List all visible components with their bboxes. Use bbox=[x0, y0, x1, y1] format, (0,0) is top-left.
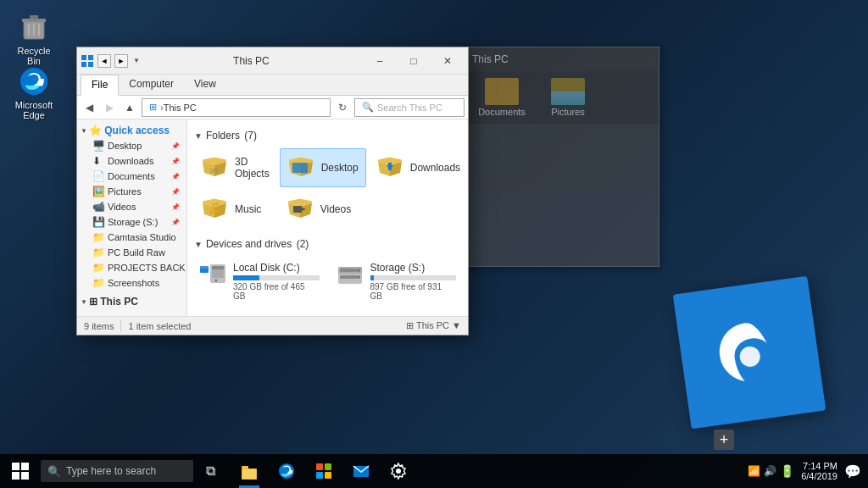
sidebar-item-projects[interactable]: 📁 PROJECTS BACK bbox=[77, 260, 186, 275]
address-path[interactable]: ⊞ › This PC bbox=[142, 98, 331, 117]
svg-text:3D: 3D bbox=[209, 167, 218, 175]
drive-item-s[interactable]: Storage (S:) 897 GB free of 931 GB bbox=[331, 257, 462, 306]
forward-qs-btn[interactable]: ► bbox=[114, 54, 128, 68]
taskbar-clock[interactable]: 7:14 PM 6/4/2019 bbox=[801, 461, 837, 481]
taskbar-app-mail[interactable] bbox=[342, 454, 380, 488]
svg-point-37 bbox=[396, 469, 401, 474]
up-button[interactable]: ▲ bbox=[121, 99, 138, 116]
folder-item-music[interactable]: Music bbox=[194, 191, 276, 228]
title-bar-left: ◄ ► ▼ bbox=[81, 54, 140, 68]
sidebar-item-pictures-label: Pictures bbox=[108, 186, 142, 197]
taskbar-app-settings[interactable] bbox=[380, 454, 417, 488]
svg-point-7 bbox=[738, 345, 761, 368]
folder-desktop-icon bbox=[287, 154, 314, 181]
folder-item-desktop[interactable]: Desktop bbox=[280, 148, 366, 187]
quick-access-arrow: ▼ bbox=[81, 127, 87, 135]
clock-time: 7:14 PM bbox=[801, 461, 837, 471]
sidebar-item-pcbuild[interactable]: 📁 PC Build Raw bbox=[77, 245, 186, 260]
folder-downloads-label: Downloads bbox=[410, 162, 460, 174]
folders-section-title: Folders bbox=[206, 130, 240, 141]
folder-item-downloads[interactable]: Downloads bbox=[370, 148, 467, 187]
close-button[interactable]: ✕ bbox=[431, 47, 465, 75]
title-dropdown[interactable]: ▼ bbox=[133, 57, 140, 64]
desktop-sidebar-icon: 🖥️ bbox=[92, 140, 104, 152]
sidebar-item-desktop[interactable]: 🖥️ Desktop 📌 bbox=[77, 138, 186, 153]
this-pc-dropdown[interactable]: ⊞ This PC ▼ bbox=[406, 320, 461, 331]
drive-c-icon bbox=[199, 262, 226, 289]
sidebar-header-this-pc[interactable]: ▼ ⊞ This PC bbox=[77, 294, 186, 309]
documents-pin: 📌 bbox=[171, 173, 180, 180]
network-icon: 📶 bbox=[748, 465, 760, 477]
tab-view[interactable]: View bbox=[184, 75, 226, 95]
recycle-bin-icon bbox=[17, 10, 51, 44]
add-button[interactable]: + bbox=[714, 430, 734, 450]
battery-icon: 🔋 bbox=[780, 464, 794, 478]
forward-button[interactable]: ▶ bbox=[101, 99, 118, 116]
bg-folder-documents-label: Documents bbox=[478, 107, 526, 117]
devices-section-header[interactable]: ▼ Devices and drives (2) bbox=[194, 238, 461, 250]
search-box[interactable]: 🔍 Search This PC bbox=[354, 98, 465, 117]
sidebar-item-documents[interactable]: 📄 Documents 📌 bbox=[77, 169, 186, 184]
sidebar-item-storage[interactable]: 💾 Storage (S:) 📌 bbox=[77, 214, 186, 230]
desktop-icon-edge[interactable]: Microsoft Edge bbox=[7, 61, 61, 124]
folders-section-header[interactable]: ▼ Folders (7) bbox=[194, 130, 461, 141]
folders-section-count: (7) bbox=[242, 130, 257, 141]
tab-file[interactable]: File bbox=[81, 75, 119, 96]
folder-item-videos[interactable]: Videos bbox=[280, 191, 366, 228]
status-items: 9 items bbox=[84, 321, 114, 331]
maximize-button[interactable]: □ bbox=[397, 47, 431, 75]
sidebar-item-desktop-label: Desktop bbox=[108, 141, 142, 151]
refresh-button[interactable]: ↻ bbox=[334, 99, 351, 116]
pcbuild-sidebar-icon: 📁 bbox=[92, 247, 104, 258]
windows-logo bbox=[12, 463, 29, 480]
taskbar-right: 📶 🔊 🔋 7:14 PM 6/4/2019 💬 bbox=[741, 454, 868, 488]
drive-c-bar-fill bbox=[233, 275, 259, 280]
start-button[interactable] bbox=[0, 454, 41, 488]
taskbar-search[interactable]: 🔍 Type here to search bbox=[41, 460, 193, 482]
notification-icon[interactable]: 💬 bbox=[844, 463, 861, 480]
desktop-icon-recycle-bin[interactable]: Recycle Bin bbox=[7, 7, 61, 69]
sidebar-header-quick-access[interactable]: ▼ ⭐ Quick access bbox=[77, 123, 186, 138]
pictures-sidebar-icon: 🖼️ bbox=[92, 186, 104, 197]
bg-window-content: Documents Pictures bbox=[465, 71, 659, 124]
folder-3d-icon: 3D bbox=[201, 154, 228, 181]
sidebar-item-videos[interactable]: 📹 Videos 📌 bbox=[77, 199, 186, 214]
sidebar-item-pictures[interactable]: 🖼️ Pictures 📌 bbox=[77, 184, 186, 199]
sidebar-item-screenshots[interactable]: 📁 Screenshots bbox=[77, 275, 186, 291]
window-title: This PC bbox=[140, 55, 363, 67]
sidebar-item-downloads[interactable]: ⬇ Downloads 📌 bbox=[77, 153, 186, 169]
drive-s-name: Storage (S:) bbox=[370, 262, 457, 274]
folders-expand-arrow: ▼ bbox=[194, 131, 203, 141]
svg-rect-25 bbox=[340, 269, 357, 272]
tab-computer[interactable]: Computer bbox=[119, 75, 184, 95]
bg-window-title: This PC bbox=[465, 47, 659, 71]
sidebar-item-camtasia-label: Camtasia Studio bbox=[108, 232, 176, 242]
projects-sidebar-icon: 📁 bbox=[92, 262, 104, 274]
sidebar-this-pc: ▼ ⊞ This PC bbox=[77, 294, 186, 309]
sidebar: ▼ ⭐ Quick access 🖥️ Desktop 📌 ⬇ Download… bbox=[77, 119, 187, 316]
folder-music-label: Music bbox=[235, 203, 261, 215]
taskbar-app-file-explorer[interactable] bbox=[231, 454, 268, 488]
folder-downloads-icon bbox=[376, 154, 403, 181]
clock-date: 6/4/2019 bbox=[801, 471, 837, 481]
minimize-button[interactable]: – bbox=[363, 47, 397, 75]
folder-videos-label: Videos bbox=[320, 203, 351, 215]
svg-point-26 bbox=[357, 269, 360, 272]
folder-item-3d-objects[interactable]: 3D 3D Objects bbox=[194, 148, 276, 187]
back-qs-btn[interactable]: ◄ bbox=[97, 54, 111, 68]
svg-rect-10 bbox=[81, 62, 86, 67]
folder-desktop-label: Desktop bbox=[321, 162, 359, 174]
taskbar-app-store[interactable] bbox=[305, 454, 342, 488]
taskbar-app-edge[interactable] bbox=[268, 454, 305, 488]
bg-folder-pictures: Pictures bbox=[538, 78, 598, 117]
task-view-button[interactable]: ⧉ bbox=[193, 454, 227, 488]
back-button[interactable]: ◀ bbox=[81, 99, 97, 116]
address-bar: ◀ ▶ ▲ ⊞ › This PC ↻ 🔍 Search This PC bbox=[77, 96, 468, 119]
sidebar-item-storage-label: Storage (S:) bbox=[108, 217, 158, 227]
devices-section-count: (2) bbox=[293, 238, 309, 250]
svg-rect-34 bbox=[316, 472, 323, 479]
documents-sidebar-icon: 📄 bbox=[92, 170, 104, 182]
drive-item-c[interactable]: Local Disk (C:) 320 GB free of 465 GB bbox=[194, 257, 325, 306]
sidebar-item-camtasia[interactable]: 📁 Camtasia Studio bbox=[77, 230, 186, 245]
svg-rect-35 bbox=[325, 472, 331, 479]
